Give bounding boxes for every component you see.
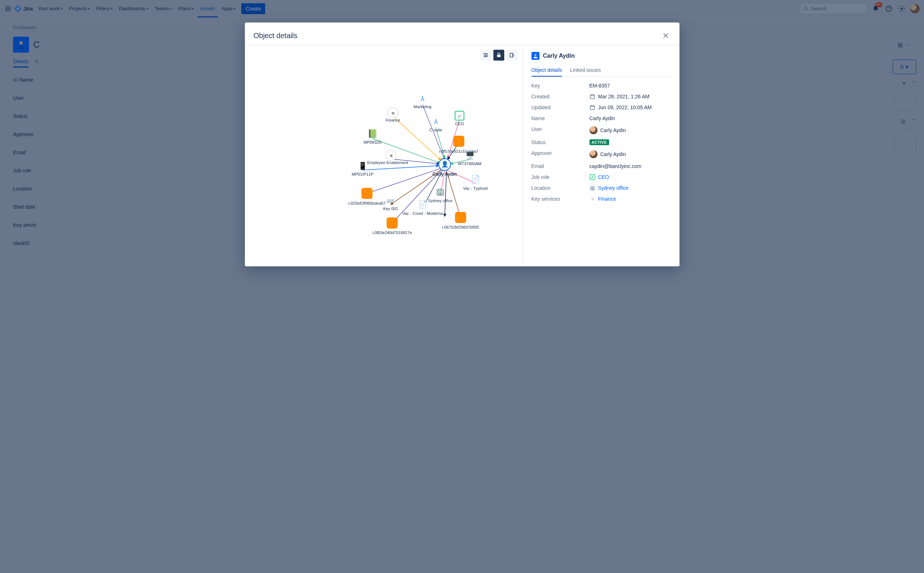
svg-rect-79 (590, 95, 595, 99)
field-email-label: Email (532, 163, 586, 169)
svg-text:⤭: ⤭ (391, 111, 395, 116)
svg-text:📗: 📗 (367, 129, 377, 139)
node-i023[interactable]: i-023e83f965bdea67 (348, 188, 386, 205)
detail-pane: Carly Aydin Object details Linked issues… (523, 45, 680, 253)
check-icon: ✓ (589, 174, 595, 180)
svg-line-37 (444, 171, 446, 216)
svg-text:👤: 👤 (441, 160, 449, 168)
svg-point-78 (535, 54, 536, 56)
field-status-label: Status (532, 139, 586, 145)
field-email-value: caydin@banclyinc.com (589, 163, 671, 169)
svg-text:MP01IP11P: MP01IP11P (352, 172, 373, 176)
calendar-icon (589, 105, 595, 110)
graph-canvas[interactable]: 👤 Carly Aydin ⅄Marketing ⅄C-suite ✓CEO ⤭… (245, 45, 522, 253)
svg-line-36 (367, 168, 441, 193)
field-created-label: Created (532, 94, 586, 99)
svg-text:C-suite: C-suite (429, 128, 442, 132)
field-name-label: Name (532, 116, 586, 121)
field-keyservices-value: ⤭Finance (589, 196, 671, 202)
svg-text:⤭: ⤭ (389, 153, 392, 158)
svg-text:Finance: Finance (386, 118, 400, 122)
svg-text:Carly Aydin: Carly Aydin (432, 172, 457, 177)
graph-center-node[interactable]: 👤 Carly Aydin (432, 158, 457, 177)
field-key-label: Key (532, 83, 586, 89)
svg-text:⅄: ⅄ (420, 95, 425, 102)
field-jobrole-value: ✓CEO (589, 174, 671, 180)
share-icon: ⤭ (589, 196, 595, 202)
svg-line-27 (372, 139, 440, 163)
svg-text:i-06752bf28697bf5f2: i-06752bf28697bf5f2 (442, 225, 479, 229)
svg-line-30 (363, 166, 439, 170)
field-name-value: Carly Aydin (589, 116, 671, 121)
svg-text:i-0f03e240d7518927e: i-0f03e240d7518927e (372, 230, 412, 235)
svg-text:Marketing: Marketing (413, 105, 431, 109)
svg-text:i-023e83f965bdea67: i-023e83f965bdea67 (348, 201, 386, 205)
node-typhoid[interactable]: 📄Vac - Typhoid (463, 175, 487, 190)
svg-text:🏢: 🏢 (436, 187, 445, 196)
node-empenable[interactable]: ⤭Employee Enablement (367, 150, 408, 165)
status-badge: ACTIVE (589, 139, 609, 145)
tab-linked-issues[interactable]: Linked issues (570, 67, 601, 77)
field-keyservices-label: Key services (532, 196, 586, 202)
svg-text:✓: ✓ (457, 113, 461, 119)
field-user-value: Carly Aydin (589, 126, 671, 134)
calendar-icon (589, 94, 595, 99)
svg-text:MT37485AM: MT37485AM (458, 161, 482, 166)
modal-title: Object details (253, 31, 297, 40)
field-jobrole-label: Job role (532, 174, 586, 180)
field-location-label: Location (532, 185, 586, 191)
tab-object-details[interactable]: Object details (532, 67, 562, 77)
field-updated-label: Updated (532, 105, 586, 110)
svg-line-24 (436, 127, 444, 158)
svg-text:⅄: ⅄ (433, 117, 438, 125)
field-key-value: EM-8357 (589, 83, 671, 89)
node-i0f57[interactable]: i-0f57de921c51e1ba7 (439, 136, 478, 153)
field-approver-value: Carly Aydin (589, 150, 671, 158)
svg-rect-64 (361, 188, 372, 199)
svg-text:Vac - Typhoid: Vac - Typhoid (463, 186, 487, 191)
location-link[interactable]: Sydney office (598, 185, 629, 191)
field-status-value: ACTIVE (589, 139, 671, 145)
node-csuite[interactable]: ⅄C-suite (429, 117, 442, 132)
node-i0675[interactable]: i-06752bf28697bf5f2 (442, 212, 479, 229)
svg-rect-53 (453, 136, 464, 147)
svg-rect-74 (386, 218, 398, 229)
node-mp06[interactable]: 📗MP06S20 (364, 129, 381, 144)
user-avatar (589, 150, 597, 158)
node-sydney[interactable]: 🏢Sydney office (428, 187, 452, 203)
detail-title: Carly Aydin (543, 53, 575, 59)
field-user-label: User (532, 126, 586, 134)
close-icon[interactable] (661, 30, 671, 41)
keyservices-link[interactable]: Finance (598, 196, 616, 202)
user-avatar (589, 126, 597, 134)
svg-text:MP06S20: MP06S20 (364, 140, 381, 144)
svg-rect-76 (455, 212, 466, 223)
svg-text:📄: 📄 (471, 175, 480, 184)
field-approver-label: Approver (532, 150, 586, 158)
svg-text:Key 001: Key 001 (383, 207, 398, 211)
node-marketing[interactable]: ⅄Marketing (413, 95, 431, 109)
node-i0f03[interactable]: i-0f03e240d7518927e (372, 218, 412, 235)
svg-rect-83 (590, 106, 595, 110)
svg-text:📄: 📄 (418, 200, 427, 209)
svg-text:Employee Enablement: Employee Enablement (367, 160, 408, 165)
node-finance[interactable]: ⤭Finance (386, 107, 400, 122)
svg-text:Vac - Covid - Moderna: Vac - Covid - Moderna (402, 211, 442, 216)
svg-text:📱: 📱 (358, 161, 367, 171)
building-icon: 🏢 (589, 185, 595, 191)
svg-text:⌨️: ⌨️ (386, 197, 395, 205)
object-details-modal: Object details (245, 22, 680, 253)
field-location-value: 🏢Sydney office (589, 185, 671, 191)
graph-pane[interactable]: 👤 Carly Aydin ⅄Marketing ⅄C-suite ✓CEO ⤭… (245, 45, 523, 253)
field-created-value: Mar 28, 2021, 1:26 AM (589, 94, 671, 99)
jobrole-link[interactable]: CEO (598, 174, 609, 180)
modal-overlay: Object details (0, 0, 924, 253)
svg-text:CEO: CEO (455, 122, 464, 126)
employee-icon (532, 52, 539, 60)
svg-text:🖥️: 🖥️ (465, 151, 475, 160)
field-updated-value: Jun 09, 2022, 10:05 AM (589, 105, 671, 110)
svg-text:Sydney office: Sydney office (428, 199, 452, 203)
node-ceo[interactable]: ✓CEO (455, 111, 464, 126)
svg-line-38 (446, 171, 460, 218)
